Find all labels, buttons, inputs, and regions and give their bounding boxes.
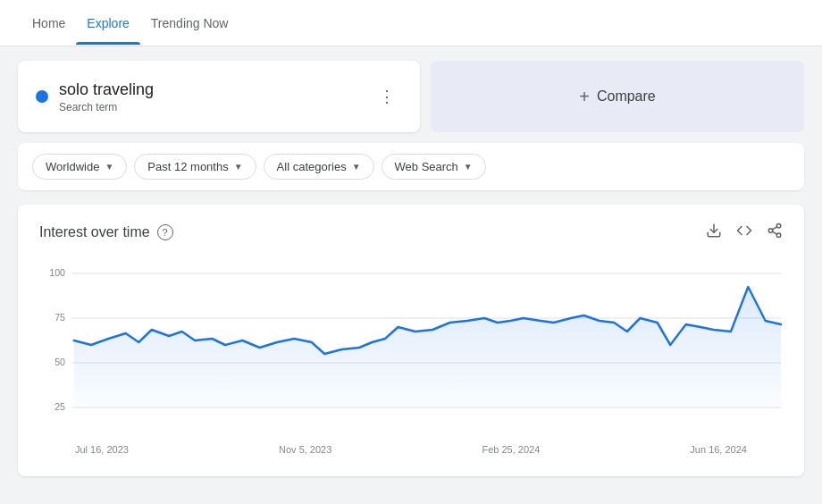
filter-time-label: Past 12 months: [147, 160, 228, 173]
filter-location-label: Worldwide: [46, 160, 99, 173]
share-icon[interactable]: [767, 223, 783, 242]
chart-area: 100 75 50 25: [39, 260, 783, 439]
chevron-down-icon: ▼: [464, 162, 473, 172]
compare-label: Compare: [597, 88, 656, 105]
x-axis-labels: Jul 16, 2023 Nov 5, 2023 Feb 25, 2024 Ju…: [39, 439, 783, 455]
more-options-button[interactable]: ⋮: [372, 85, 402, 108]
chevron-down-icon: ▼: [105, 162, 113, 172]
filter-category-label: All categories: [277, 160, 347, 173]
svg-text:75: 75: [55, 312, 65, 323]
x-label-1: Nov 5, 2023: [279, 444, 331, 455]
x-label-3: Jun 16, 2024: [690, 444, 747, 455]
filter-bar: Worldwide ▼ Past 12 months ▼ All categor…: [18, 143, 804, 190]
search-term-text: solo traveling: [59, 80, 154, 99]
search-compare-row: solo traveling Search term ⋮ + Compare: [18, 61, 804, 132]
svg-marker-14: [74, 287, 781, 407]
chart-header: Interest over time ?: [39, 223, 783, 242]
nav-explore[interactable]: Explore: [76, 2, 139, 45]
filter-category[interactable]: All categories ▼: [264, 154, 374, 180]
filter-time[interactable]: Past 12 months ▼: [134, 154, 256, 180]
download-icon[interactable]: [706, 223, 722, 242]
svg-text:25: 25: [55, 401, 65, 412]
compare-card[interactable]: + Compare: [431, 61, 804, 132]
help-icon[interactable]: ?: [157, 224, 173, 240]
main-content: solo traveling Search term ⋮ + Compare W…: [0, 46, 822, 491]
nav-trending[interactable]: Trending Now: [140, 2, 239, 45]
svg-line-4: [772, 231, 776, 234]
term-info: solo traveling Search term: [59, 80, 154, 113]
top-navigation: Home Explore Trending Now: [0, 0, 822, 46]
chart-title-row: Interest over time ?: [39, 224, 173, 240]
filter-location[interactable]: Worldwide ▼: [32, 154, 127, 180]
plus-icon: +: [579, 87, 590, 107]
chart-svg: 100 75 50 25: [39, 260, 783, 439]
svg-line-5: [772, 227, 776, 230]
filter-search-type-label: Web Search: [395, 160, 458, 173]
svg-text:50: 50: [55, 357, 65, 367]
search-term-subtype: Search term: [59, 101, 154, 113]
x-label-0: Jul 16, 2023: [75, 444, 129, 455]
x-label-2: Feb 25, 2024: [482, 444, 540, 455]
term-color-indicator: [36, 90, 48, 103]
interest-over-time-card: Interest over time ?: [18, 205, 804, 476]
chevron-down-icon: ▼: [234, 162, 243, 172]
search-term-card: solo traveling Search term ⋮: [18, 61, 420, 132]
chevron-down-icon: ▼: [352, 162, 361, 172]
nav-home[interactable]: Home: [21, 2, 76, 45]
embed-icon[interactable]: [736, 223, 752, 242]
svg-text:100: 100: [49, 267, 65, 278]
filter-search-type[interactable]: Web Search ▼: [382, 154, 486, 180]
chart-actions: [706, 223, 783, 242]
chart-title: Interest over time: [39, 224, 150, 240]
compare-inner: + Compare: [579, 87, 656, 107]
search-term-left: solo traveling Search term: [36, 80, 154, 113]
